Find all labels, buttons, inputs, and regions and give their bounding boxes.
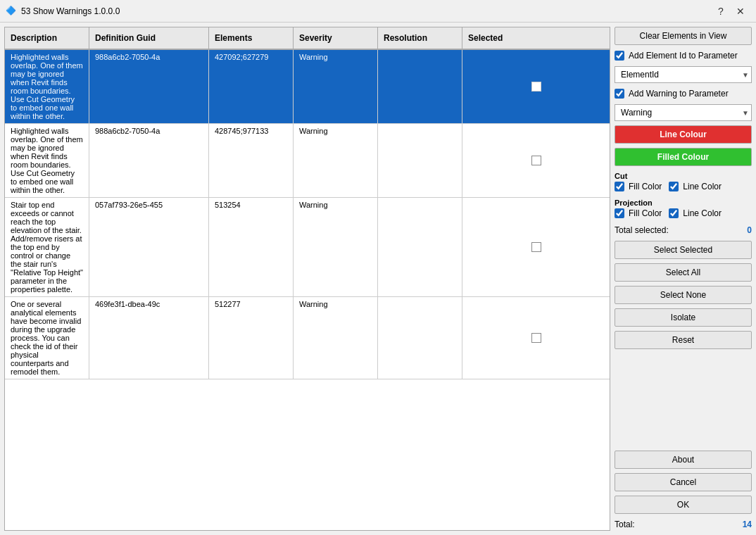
- main-container: Description Definition Guid Elements Sev…: [0, 23, 756, 535]
- help-button[interactable]: ?: [711, 3, 731, 20]
- col-resolution: Resolution: [378, 27, 462, 49]
- cut-line-color-checkbox[interactable]: [669, 182, 679, 191]
- cancel-button[interactable]: Cancel: [615, 473, 752, 491]
- cell-description: One or several analytical elements have …: [5, 297, 89, 379]
- col-severity: Severity: [294, 27, 378, 49]
- warning-dropdown-container: Warning ▼: [615, 104, 752, 121]
- add-element-id-row: Add Element Id to Parameter: [615, 51, 752, 61]
- cell-guid: 469fe3f1-dbea-49c: [89, 297, 209, 379]
- cell-selected[interactable]: [462, 297, 610, 379]
- cut-line-color-label: Line Color: [683, 182, 722, 191]
- isolate-button[interactable]: Isolate: [615, 308, 752, 327]
- select-all-button[interactable]: Select All: [615, 263, 752, 282]
- row-checkbox[interactable]: [531, 156, 541, 165]
- about-button[interactable]: About: [615, 451, 752, 469]
- window-title: 53 Show Warnings 1.0.0.0: [21, 6, 711, 16]
- table-header: Description Definition Guid Elements Sev…: [5, 27, 610, 50]
- col-selected: Selected: [462, 27, 610, 49]
- cell-resolution: [378, 198, 462, 296]
- projection-label: Projection: [615, 199, 752, 207]
- cut-fill-color-checkbox[interactable]: [615, 182, 624, 191]
- warning-dropdown[interactable]: Warning: [615, 104, 752, 121]
- element-id-dropdown[interactable]: ElementId: [615, 66, 752, 83]
- line-colour-button[interactable]: Line Colour: [615, 125, 752, 144]
- cell-elements: 512277: [209, 297, 294, 379]
- col-elements: Elements: [209, 27, 294, 49]
- proj-line-color-checkbox[interactable]: [669, 208, 679, 218]
- cell-elements: 513254: [209, 198, 294, 296]
- cell-elements: 428745;977133: [209, 124, 294, 197]
- grand-total-row: Total: 14: [615, 518, 752, 531]
- filled-colour-button[interactable]: Filled Colour: [615, 148, 752, 166]
- add-warning-checkbox[interactable]: [615, 89, 624, 99]
- cut-label: Cut: [615, 172, 752, 180]
- cut-checkboxes: Fill Color Line Color: [615, 180, 752, 193]
- title-bar: 🔷 53 Show Warnings 1.0.0.0 ? ✕: [0, 0, 756, 23]
- cell-severity: Warning: [294, 50, 378, 123]
- reset-button[interactable]: Reset: [615, 331, 752, 349]
- cell-elements: 427092;627279: [209, 50, 294, 123]
- cell-severity: Warning: [294, 198, 378, 296]
- proj-line-color-label: Line Color: [683, 208, 722, 218]
- cell-guid: 988a6cb2-7050-4a: [89, 50, 209, 123]
- table-body[interactable]: Highlighted walls overlap. One of them m…: [5, 50, 610, 530]
- app-icon: 🔷: [6, 6, 17, 17]
- cell-resolution: [378, 297, 462, 379]
- proj-line-color-row: Line Color: [669, 208, 722, 218]
- add-warning-label: Add Warning to Parameter: [629, 89, 729, 99]
- total-selected-value: 0: [747, 225, 752, 235]
- cell-resolution: [378, 50, 462, 123]
- proj-fill-color-label: Fill Color: [629, 208, 662, 218]
- table-row[interactable]: Stair top end exceeds or cannot reach th…: [5, 198, 610, 297]
- cut-section: Cut Fill Color Line Color: [615, 170, 752, 193]
- cut-fill-color-row: Fill Color: [615, 182, 662, 191]
- add-element-id-checkbox[interactable]: [615, 51, 624, 61]
- cell-selected[interactable]: [462, 198, 610, 296]
- cell-guid: 057af793-26e5-455: [89, 198, 209, 296]
- col-description: Description: [5, 27, 89, 49]
- cell-selected[interactable]: [462, 124, 610, 197]
- col-definition-guid: Definition Guid: [89, 27, 209, 49]
- add-warning-row: Add Warning to Parameter: [615, 89, 752, 99]
- right-panel: Clear Elements in View Add Element Id to…: [615, 27, 752, 531]
- cut-fill-color-label: Fill Color: [629, 182, 662, 191]
- window-controls: ✕: [731, 3, 750, 20]
- cell-selected[interactable]: [462, 50, 610, 123]
- cell-description: Stair top end exceeds or cannot reach th…: [5, 198, 89, 296]
- total-selected-label: Total selected:: [615, 225, 669, 235]
- ok-button[interactable]: OK: [615, 496, 752, 514]
- row-checkbox[interactable]: [531, 333, 541, 343]
- total-selected-row: Total selected: 0: [615, 224, 752, 237]
- clear-elements-button[interactable]: Clear Elements in View: [615, 27, 752, 45]
- cell-description: Highlighted walls overlap. One of them m…: [5, 124, 89, 197]
- cell-severity: Warning: [294, 124, 378, 197]
- projection-checkboxes: Fill Color Line Color: [615, 207, 752, 220]
- cell-severity: Warning: [294, 297, 378, 379]
- add-element-id-label: Add Element Id to Parameter: [629, 51, 738, 61]
- total-value: 14: [743, 520, 752, 529]
- select-none-button[interactable]: Select None: [615, 286, 752, 304]
- cell-guid: 988a6cb2-7050-4a: [89, 124, 209, 197]
- projection-section: Projection Fill Color Line Color: [615, 197, 752, 220]
- cell-resolution: [378, 124, 462, 197]
- close-button[interactable]: ✕: [731, 3, 750, 20]
- total-label: Total:: [615, 520, 635, 529]
- cell-description: Highlighted walls overlap. One of them m…: [5, 50, 89, 123]
- cut-line-color-row: Line Color: [669, 182, 722, 191]
- element-id-dropdown-container: ElementId ▼: [615, 66, 752, 83]
- row-checkbox[interactable]: [531, 242, 541, 252]
- table-row[interactable]: One or several analytical elements have …: [5, 297, 610, 379]
- table-row[interactable]: Highlighted walls overlap. One of them m…: [5, 50, 610, 124]
- proj-fill-color-row: Fill Color: [615, 208, 662, 218]
- select-selected-button[interactable]: Select Selected: [615, 241, 752, 259]
- row-checkbox[interactable]: [531, 82, 541, 92]
- table-row[interactable]: Highlighted walls overlap. One of them m…: [5, 124, 610, 198]
- proj-fill-color-checkbox[interactable]: [615, 208, 624, 218]
- table-panel: Description Definition Guid Elements Sev…: [4, 27, 610, 531]
